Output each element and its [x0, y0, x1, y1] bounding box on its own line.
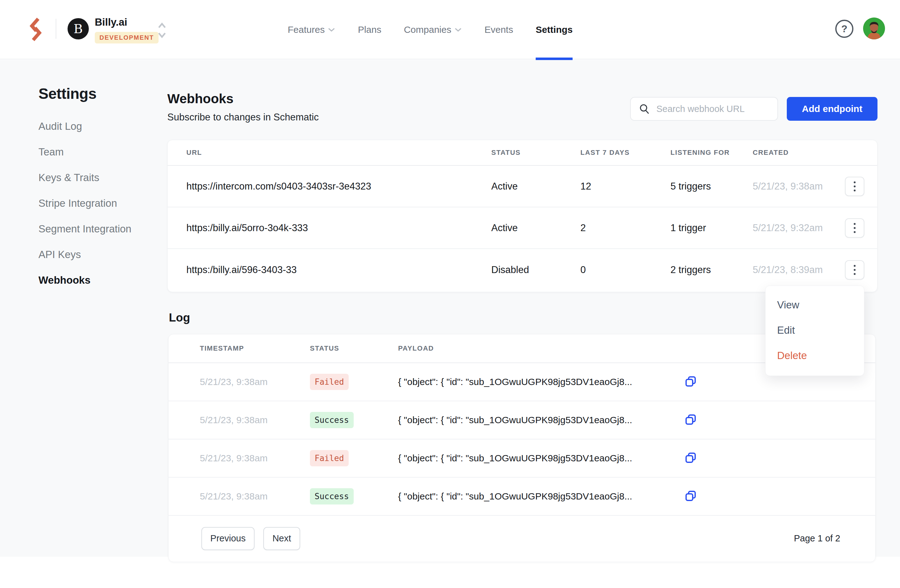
row-actions-menu: View Edit Delete [765, 285, 864, 376]
row-actions-button[interactable] [845, 260, 864, 279]
column-header-payload: PAYLOAD [398, 344, 680, 352]
webhook-search [630, 97, 778, 121]
row-actions-button[interactable] [845, 177, 864, 196]
webhook-created: 5/21/23, 8:39am [753, 264, 845, 276]
org-meta: Billy.ai DEVELOPMENT [95, 16, 158, 43]
chevron-down-icon [328, 28, 335, 32]
nav-plans[interactable]: Plans [358, 0, 381, 59]
copy-payload-button[interactable] [684, 451, 698, 465]
webhook-listening-for: 2 triggers [670, 264, 753, 276]
webhook-url: https:/billy.ai/5orro-3o4k-333 [186, 222, 491, 234]
copy-payload-button[interactable] [684, 413, 698, 427]
webhook-status: Active [491, 222, 580, 234]
sidebar-item-webhooks[interactable]: Webhooks [39, 267, 131, 293]
log-section-title: Log [169, 311, 190, 324]
log-timestamp: 5/21/23, 9:38am [200, 491, 310, 502]
app-root: B Billy.ai DEVELOPMENT Features Plans Co… [0, 0, 900, 588]
webhook-created: 5/21/23, 9:38am [753, 181, 845, 192]
environment-badge: DEVELOPMENT [95, 32, 158, 43]
sidebar-item-stripe-integration[interactable]: Stripe Integration [39, 191, 131, 216]
log-pagination: Previous Next Page 1 of 2 [169, 516, 875, 561]
kebab-icon [854, 265, 856, 275]
next-page-button[interactable]: Next [263, 527, 300, 550]
webhook-last-7-days: 2 [580, 222, 670, 234]
help-icon[interactable]: ? [835, 20, 853, 38]
page-indicator: Page 1 of 2 [794, 533, 840, 544]
column-header-url: URL [186, 149, 491, 157]
copy-icon [684, 490, 697, 502]
column-header-status: STATUS [491, 149, 580, 157]
webhook-status: Active [491, 181, 580, 192]
log-row: 5/21/23, 9:38am Success { "object": { "i… [169, 478, 875, 516]
webhook-last-7-days: 0 [580, 264, 670, 276]
webhook-listening-for: 5 triggers [670, 181, 753, 192]
nav-features[interactable]: Features [288, 0, 335, 59]
log-timestamp: 5/21/23, 9:38am [200, 415, 310, 425]
column-header-listening-for: LISTENING FOR [670, 149, 753, 157]
org-avatar[interactable]: B [68, 18, 89, 39]
webhook-last-7-days: 12 [580, 181, 670, 192]
user-avatar[interactable] [863, 17, 885, 39]
copy-payload-button[interactable] [684, 375, 698, 389]
log-timestamp: 5/21/23, 9:38am [200, 453, 310, 464]
log-payload: { "object": { "id": "sub_1OGwuUGPK98jg53… [398, 453, 680, 464]
org-switcher-chevrons-icon[interactable] [156, 21, 168, 40]
log-payload: { "object": { "id": "sub_1OGwuUGPK98jg53… [398, 491, 680, 502]
sidebar-title: Settings [39, 85, 96, 102]
org-name: Billy.ai [95, 16, 158, 28]
nav-settings[interactable]: Settings [536, 0, 573, 59]
page-title: Webhooks [167, 92, 234, 106]
search-icon [639, 103, 650, 115]
schematic-logo-icon[interactable] [27, 16, 44, 43]
copy-icon [684, 375, 697, 388]
column-header-timestamp: TIMESTAMP [200, 344, 310, 352]
log-timestamp: 5/21/23, 9:38am [200, 377, 310, 387]
org-avatar-letter: B [73, 22, 82, 36]
column-header-status: STATUS [310, 344, 398, 352]
log-payload: { "object": { "id": "sub_1OGwuUGPK98jg53… [398, 377, 680, 387]
nav-companies[interactable]: Companies [404, 0, 462, 59]
settings-sidebar: Audit Log Team Keys & Traits Stripe Inte… [39, 113, 131, 293]
search-input[interactable] [656, 104, 775, 114]
table-row: https:/billy.ai/596-3403-33 Disabled 0 2… [168, 249, 877, 290]
row-actions-button[interactable] [845, 218, 864, 238]
top-navbar: B Billy.ai DEVELOPMENT Features Plans Co… [0, 0, 900, 59]
sidebar-item-keys-traits[interactable]: Keys & Traits [39, 165, 131, 191]
webhook-created: 5/21/23, 9:32am [753, 222, 845, 234]
previous-page-button[interactable]: Previous [202, 527, 254, 550]
log-row: 5/21/23, 9:38am Success { "object": { "i… [169, 401, 875, 439]
sidebar-item-team[interactable]: Team [39, 139, 131, 165]
main-nav: Features Plans Companies Events Settings [288, 0, 573, 59]
menu-item-delete[interactable]: Delete [765, 343, 864, 368]
webhooks-table-header: URL STATUS LAST 7 DAYS LISTENING FOR CRE… [168, 140, 877, 166]
page-subtitle: Subscribe to changes in Schematic [167, 112, 319, 123]
add-endpoint-button[interactable]: Add endpoint [787, 97, 877, 121]
chevron-down-icon [455, 28, 462, 32]
menu-item-edit[interactable]: Edit [765, 318, 864, 343]
sidebar-item-audit-log[interactable]: Audit Log [39, 113, 131, 139]
webhook-listening-for: 1 trigger [670, 222, 753, 234]
copy-icon [684, 413, 697, 426]
sidebar-item-api-keys[interactable]: API Keys [39, 242, 131, 267]
status-badge: Success [310, 412, 354, 428]
webhooks-table: URL STATUS LAST 7 DAYS LISTENING FOR CRE… [167, 140, 877, 292]
kebab-icon [854, 223, 856, 233]
webhook-url: https:/billy.ai/596-3403-33 [186, 264, 491, 276]
kebab-icon [854, 182, 856, 191]
sidebar-item-segment-integration[interactable]: Segment Integration [39, 216, 131, 242]
log-row: 5/21/23, 9:38am Failed { "object": { "id… [169, 439, 875, 478]
status-badge: Failed [310, 450, 349, 466]
copy-icon [684, 451, 697, 464]
column-header-last-7-days: LAST 7 DAYS [580, 149, 670, 157]
status-badge: Failed [310, 374, 349, 390]
log-payload: { "object": { "id": "sub_1OGwuUGPK98jg53… [398, 415, 680, 425]
copy-payload-button[interactable] [684, 489, 698, 503]
column-header-created: CREATED [753, 149, 845, 157]
webhook-url: https://intercom.com/s0403-3403sr-3e4323 [186, 181, 491, 192]
divider [56, 19, 56, 39]
menu-item-view[interactable]: View [765, 292, 864, 318]
table-row: https:/billy.ai/5orro-3o4k-333 Active 2 … [168, 207, 877, 249]
status-badge: Success [310, 488, 354, 504]
webhook-status: Disabled [491, 264, 580, 276]
nav-events[interactable]: Events [484, 0, 513, 59]
